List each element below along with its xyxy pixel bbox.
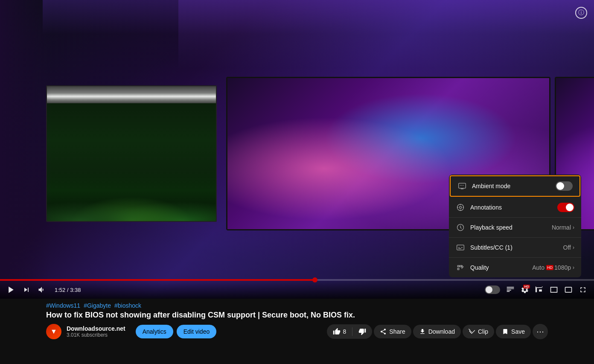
like-count: 8 <box>343 328 346 335</box>
settings-panel: Ambient mode Annotations <box>449 175 581 277</box>
subtitles-chevron: › <box>573 245 574 250</box>
ambient-left <box>0 0 51 299</box>
below-video: #Windows11 #Gigabyte #bioshock How to fi… <box>0 299 594 339</box>
ambient-mode-toggle[interactable] <box>556 181 573 191</box>
right-actions: 8 Share Download Clip <box>327 324 548 339</box>
channel-avatar-icon: ▼ <box>50 328 57 335</box>
tag-windows11[interactable]: #Windows11 <box>46 302 80 309</box>
channel-subscribers: 3.01K subscribers <box>67 332 125 338</box>
theater-mode-button[interactable] <box>548 284 560 296</box>
more-options-button[interactable]: ⋯ <box>533 324 548 339</box>
settings-annotations-row[interactable]: Annotations <box>449 198 581 218</box>
download-button[interactable]: Download <box>413 325 461 338</box>
playback-speed-label: Playback speed <box>470 224 552 231</box>
subtitles-label: Subtitles/CC (1) <box>470 244 563 251</box>
like-button[interactable]: 8 <box>327 324 352 339</box>
settings-ambient-mode-row[interactable]: Ambient mode <box>450 175 580 197</box>
ambient-mode-icon <box>457 181 467 191</box>
aquarium-plants <box>47 170 216 221</box>
subtitles-value: Off <box>563 244 571 251</box>
share-button[interactable]: Share <box>374 325 411 338</box>
quality-hd-badge: HD <box>546 265 553 270</box>
default-view-button[interactable] <box>562 284 574 296</box>
svg-rect-6 <box>565 287 572 292</box>
save-button[interactable]: Save <box>496 325 531 338</box>
playback-speed-chevron: › <box>573 224 574 230</box>
annotations-icon <box>456 203 465 212</box>
quality-icon <box>456 263 465 272</box>
channel-avatar[interactable]: ▼ <box>46 324 61 339</box>
tag-gigabyte[interactable]: #Gigabyte <box>84 302 111 309</box>
aquarium-scene <box>46 85 217 222</box>
tags-row: #Windows11 #Gigabyte #bioshock <box>46 302 548 309</box>
dislike-button[interactable] <box>352 324 372 339</box>
clip-label: Clip <box>478 328 488 335</box>
playback-speed-value: Normal <box>552 224 571 231</box>
settings-subtitles-row[interactable]: Subtitles/CC (1) Off › <box>449 238 581 258</box>
svg-rect-4 <box>457 245 464 250</box>
download-label: Download <box>428 328 455 335</box>
fullscreen-button[interactable] <box>577 284 589 296</box>
save-label: Save <box>511 328 525 335</box>
like-dislike-group: 8 <box>327 324 373 339</box>
volume-button[interactable] <box>36 284 48 296</box>
annotations-toggle[interactable] <box>557 203 574 212</box>
hd-badge: HD <box>523 285 530 288</box>
play-button[interactable] <box>5 284 17 296</box>
skip-next-button[interactable] <box>20 284 32 296</box>
svg-marker-5 <box>9 287 14 293</box>
settings-button[interactable]: HD <box>519 284 531 296</box>
subtitles-icon <box>456 243 465 252</box>
analytics-button[interactable]: Analytics <box>136 325 173 338</box>
ambient-mode-label: Ambient mode <box>472 183 556 189</box>
ambient-top <box>43 0 594 34</box>
tag-bioshock[interactable]: #bioshock <box>114 302 141 309</box>
autoplay-toggle[interactable] <box>483 284 502 296</box>
right-controls: HD <box>483 284 589 296</box>
channel-action-buttons: Analytics Edit video <box>136 325 217 338</box>
settings-playback-speed-row[interactable]: Playback speed Normal › <box>449 218 581 238</box>
channel-name[interactable]: Downloadsource.net <box>67 325 125 332</box>
subtitles-button[interactable] <box>504 284 516 296</box>
channel-actions-row: ▼ Downloadsource.net 3.01K subscribers A… <box>46 324 548 339</box>
svg-rect-0 <box>459 183 466 188</box>
quality-chevron: › <box>573 265 574 271</box>
video-title: How to fix BIOS not showing after disabl… <box>46 311 548 320</box>
quality-value: Auto <box>532 264 544 271</box>
miniplayer-button[interactable] <box>533 284 545 296</box>
clip-button[interactable]: Clip <box>463 325 494 338</box>
settings-quality-row[interactable]: Quality Auto HD 1080p › <box>449 258 581 277</box>
edit-video-button[interactable]: Edit video <box>177 325 216 338</box>
playback-speed-icon <box>456 223 465 232</box>
controls-bar: 1:52 / 3:38 HD <box>0 281 594 299</box>
channel-info: Downloadsource.net 3.01K subscribers <box>67 325 125 338</box>
share-label: Share <box>389 328 405 335</box>
time-display: 1:52 / 3:38 <box>55 287 81 293</box>
video-player[interactable]: ⓘ Ambient mode Ann <box>0 0 594 299</box>
quality-label: Quality <box>470 264 532 271</box>
info-icon[interactable]: ⓘ <box>575 7 587 19</box>
annotations-label: Annotations <box>470 204 557 211</box>
quality-value2: 1080p <box>554 264 571 271</box>
svg-point-2 <box>460 207 462 209</box>
